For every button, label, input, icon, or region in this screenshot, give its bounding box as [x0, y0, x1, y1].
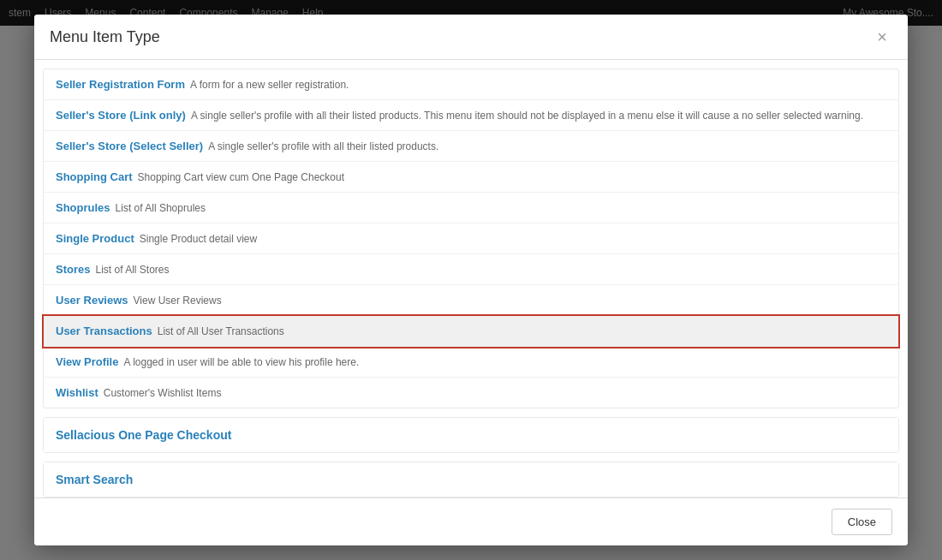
- list-item[interactable]: Single Product Single Product detail vie…: [44, 223, 898, 254]
- user-transactions-item[interactable]: User Transactions List of All User Trans…: [44, 316, 898, 347]
- menu-item-title: Shopping Cart: [56, 170, 133, 183]
- menu-item-title: Wishlist: [56, 386, 98, 399]
- menu-items-section: Seller Registration Form A form for a ne…: [43, 69, 899, 408]
- list-item[interactable]: View Profile A logged in user will be ab…: [44, 347, 898, 378]
- list-item[interactable]: Stores List of All Stores: [44, 254, 898, 285]
- menu-item-title: Stores: [56, 263, 90, 276]
- modal-overlay: Menu Item Type × Seller Registration For…: [0, 0, 942, 560]
- sellacious-checkout-header[interactable]: Sellacious One Page Checkout: [44, 418, 898, 452]
- menu-item-desc: List of All Stores: [95, 264, 169, 276]
- modal-header: Menu Item Type ×: [34, 15, 908, 60]
- list-item[interactable]: Seller's Store (Link only) A single sell…: [44, 100, 898, 131]
- menu-item-title: Shoprules: [56, 201, 110, 214]
- menu-item-desc: Shopping Cart view cum One Page Checkout: [138, 171, 344, 183]
- close-button[interactable]: Close: [832, 509, 892, 535]
- list-item[interactable]: User Reviews View User Reviews: [44, 285, 898, 316]
- list-item[interactable]: Seller Registration Form A form for a ne…: [44, 69, 898, 100]
- menu-item-title: Single Product: [56, 232, 134, 245]
- list-item[interactable]: Seller's Store (Select Seller) A single …: [44, 131, 898, 162]
- menu-item-title: Seller's Store (Select Seller): [56, 140, 203, 152]
- menu-item-desc: A single seller's profile with all their…: [208, 140, 438, 152]
- menu-item-desc: A single seller's profile with all their…: [191, 110, 863, 122]
- menu-item-title: View Profile: [56, 355, 118, 368]
- section-header-label: Smart Search: [56, 473, 133, 486]
- menu-item-title: User Reviews: [56, 294, 128, 307]
- modal-title: Menu Item Type: [50, 28, 160, 46]
- menu-item-desc: Single Product detail view: [140, 233, 257, 245]
- smart-search-section: Smart Search: [43, 462, 899, 497]
- menu-item-title: Seller's Store (Link only): [56, 109, 186, 122]
- menu-item-title: Seller Registration Form: [56, 78, 185, 91]
- modal-body[interactable]: Seller Registration Form A form for a ne…: [34, 60, 908, 497]
- menu-item-desc: List of All User Transactions: [158, 325, 284, 337]
- list-item[interactable]: Shoprules List of All Shoprules: [44, 193, 898, 223]
- section-header-label: Sellacious One Page Checkout: [56, 428, 231, 442]
- sellacious-checkout-section: Sellacious One Page Checkout: [43, 417, 899, 453]
- menu-item-title: User Transactions: [56, 325, 152, 337]
- menu-item-type-modal: Menu Item Type × Seller Registration For…: [34, 15, 908, 545]
- menu-item-desc: Customer's Wishlist Items: [104, 387, 222, 399]
- list-item[interactable]: Shopping Cart Shopping Cart view cum One…: [44, 162, 898, 193]
- menu-item-desc: A form for a new seller registration.: [190, 79, 349, 91]
- smart-search-header[interactable]: Smart Search: [44, 462, 898, 497]
- modal-footer: Close: [34, 497, 908, 545]
- list-item[interactable]: Wishlist Customer's Wishlist Items: [44, 378, 898, 408]
- menu-item-desc: A logged in user will be able to view hi…: [123, 356, 359, 368]
- menu-item-desc: View User Reviews: [134, 295, 222, 307]
- menu-item-desc: List of All Shoprules: [116, 202, 206, 214]
- modal-close-x-button[interactable]: ×: [872, 27, 892, 47]
